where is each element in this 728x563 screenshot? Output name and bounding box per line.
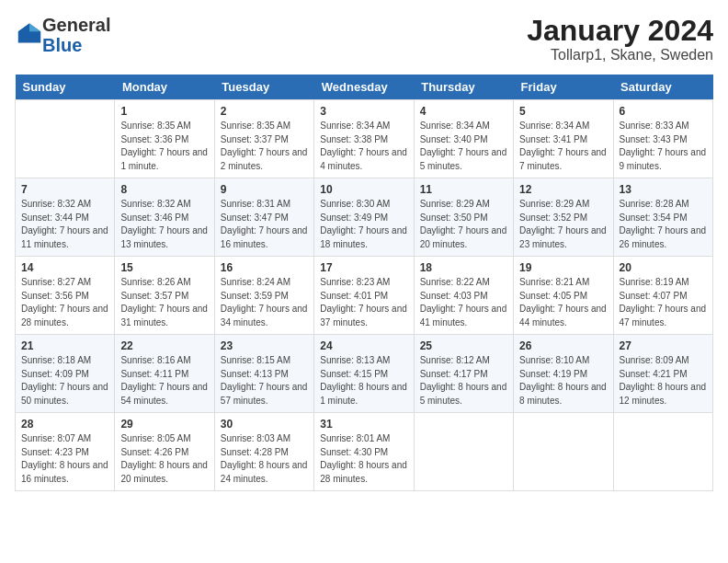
week-row-3: 14 Sunrise: 8:27 AM Sunset: 3:56 PM Dayl…	[16, 257, 713, 335]
logo-blue-text: Blue	[42, 35, 82, 55]
cell-week1-day6: 6 Sunrise: 8:33 AM Sunset: 3:43 PM Dayli…	[613, 100, 712, 178]
cell-week5-day3: 31 Sunrise: 8:01 AM Sunset: 4:30 PM Dayl…	[314, 413, 414, 491]
svg-marker-1	[29, 24, 40, 32]
cell-week1-day4: 4 Sunrise: 8:34 AM Sunset: 3:40 PM Dayli…	[414, 100, 513, 178]
cell-week4-day5: 26 Sunrise: 8:10 AM Sunset: 4:19 PM Dayl…	[514, 335, 613, 413]
cell-week5-day6	[613, 413, 712, 491]
week-row-5: 28 Sunrise: 8:07 AM Sunset: 4:23 PM Dayl…	[16, 413, 713, 491]
weekday-header-row: Sunday Monday Tuesday Wednesday Thursday…	[16, 75, 713, 100]
cell-week3-day5: 19 Sunrise: 8:21 AM Sunset: 4:05 PM Dayl…	[514, 257, 613, 335]
cell-week4-day1: 22 Sunrise: 8:16 AM Sunset: 4:11 PM Dayl…	[115, 335, 214, 413]
cell-week4-day0: 21 Sunrise: 8:18 AM Sunset: 4:09 PM Dayl…	[16, 335, 115, 413]
cell-week4-day6: 27 Sunrise: 8:09 AM Sunset: 4:21 PM Dayl…	[613, 335, 712, 413]
week-row-2: 7 Sunrise: 8:32 AM Sunset: 3:44 PM Dayli…	[16, 178, 713, 257]
cell-week1-day0	[16, 100, 115, 178]
header-tuesday: Tuesday	[214, 75, 313, 100]
cell-week5-day1: 29 Sunrise: 8:05 AM Sunset: 4:26 PM Dayl…	[115, 413, 214, 491]
cell-week5-day2: 30 Sunrise: 8:03 AM Sunset: 4:28 PM Dayl…	[214, 413, 313, 491]
header-saturday: Saturday	[613, 75, 712, 100]
cell-week1-day1: 1 Sunrise: 8:35 AM Sunset: 3:36 PM Dayli…	[115, 100, 214, 178]
week-row-4: 21 Sunrise: 8:18 AM Sunset: 4:09 PM Dayl…	[16, 335, 713, 413]
logo-icon	[17, 20, 42, 46]
cell-week1-day5: 5 Sunrise: 8:34 AM Sunset: 3:41 PM Dayli…	[514, 100, 613, 178]
calendar-table: Sunday Monday Tuesday Wednesday Thursday…	[15, 75, 713, 491]
cell-week2-day5: 12 Sunrise: 8:29 AM Sunset: 3:52 PM Dayl…	[514, 178, 613, 257]
cell-week3-day1: 15 Sunrise: 8:26 AM Sunset: 3:57 PM Dayl…	[115, 257, 214, 335]
cell-week1-day2: 2 Sunrise: 8:35 AM Sunset: 3:37 PM Dayli…	[214, 100, 313, 178]
logo-general-text: General	[42, 15, 110, 35]
header-wednesday: Wednesday	[314, 75, 414, 100]
svg-marker-2	[18, 24, 29, 32]
logo: General Blue	[15, 15, 110, 55]
header-monday: Monday	[115, 75, 214, 100]
cell-week3-day4: 18 Sunrise: 8:22 AM Sunset: 4:03 PM Dayl…	[414, 257, 513, 335]
calendar-subtitle: Tollarp1, Skane, Sweden	[527, 47, 713, 63]
cell-week4-day2: 23 Sunrise: 8:15 AM Sunset: 4:13 PM Dayl…	[214, 335, 313, 413]
cell-week2-day2: 9 Sunrise: 8:31 AM Sunset: 3:47 PM Dayli…	[214, 178, 313, 257]
cell-week2-day1: 8 Sunrise: 8:32 AM Sunset: 3:46 PM Dayli…	[115, 178, 214, 257]
cell-week5-day4	[414, 413, 513, 491]
header-sunday: Sunday	[16, 75, 115, 100]
cell-week1-day3: 3 Sunrise: 8:34 AM Sunset: 3:38 PM Dayli…	[314, 100, 414, 178]
cell-week2-day4: 11 Sunrise: 8:29 AM Sunset: 3:50 PM Dayl…	[414, 178, 513, 257]
cell-week2-day0: 7 Sunrise: 8:32 AM Sunset: 3:44 PM Dayli…	[16, 178, 115, 257]
cell-week5-day0: 28 Sunrise: 8:07 AM Sunset: 4:23 PM Dayl…	[16, 413, 115, 491]
cell-week3-day3: 17 Sunrise: 8:23 AM Sunset: 4:01 PM Dayl…	[314, 257, 414, 335]
cell-week4-day3: 24 Sunrise: 8:13 AM Sunset: 4:15 PM Dayl…	[314, 335, 414, 413]
cell-week3-day6: 20 Sunrise: 8:19 AM Sunset: 4:07 PM Dayl…	[613, 257, 712, 335]
page-header: General Blue January 2024 Tollarp1, Skan…	[15, 15, 713, 63]
week-row-1: 1 Sunrise: 8:35 AM Sunset: 3:36 PM Dayli…	[16, 100, 713, 178]
title-block: January 2024 Tollarp1, Skane, Sweden	[527, 15, 713, 63]
calendar-title: January 2024	[527, 15, 713, 47]
cell-week3-day0: 14 Sunrise: 8:27 AM Sunset: 3:56 PM Dayl…	[16, 257, 115, 335]
cell-week5-day5	[514, 413, 613, 491]
header-friday: Friday	[514, 75, 613, 100]
cell-week2-day6: 13 Sunrise: 8:28 AM Sunset: 3:54 PM Dayl…	[613, 178, 712, 257]
cell-week2-day3: 10 Sunrise: 8:30 AM Sunset: 3:49 PM Dayl…	[314, 178, 414, 257]
cell-week4-day4: 25 Sunrise: 8:12 AM Sunset: 4:17 PM Dayl…	[414, 335, 513, 413]
cell-week3-day2: 16 Sunrise: 8:24 AM Sunset: 3:59 PM Dayl…	[214, 257, 313, 335]
header-thursday: Thursday	[414, 75, 513, 100]
